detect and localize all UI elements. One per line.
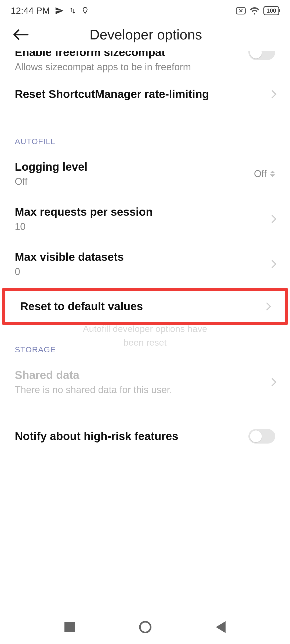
row-title: Reset ShortcutManager rate-limiting [15,88,264,101]
updown-icon [270,171,275,177]
chevron-right-icon [268,260,276,268]
section-header-autofill: AUTOFILL [0,118,290,151]
row-title: Logging level [15,160,254,173]
toggle-switch[interactable] [248,51,275,60]
sync-icon [69,7,76,14]
row-max-requests[interactable]: Max requests per session 10 [0,196,290,241]
row-subtitle: Off [15,176,254,187]
row-title: Shared data [15,369,264,382]
app-bar: Developer options [0,19,290,51]
row-reset-shortcutmanager[interactable]: Reset ShortcutManager rate-limiting [0,79,290,110]
section-header-storage: STORAGE [0,326,290,360]
navigation-bar [0,613,290,641]
row-subtitle: Allows sizecompat apps to be in freeform [15,61,248,73]
chevron-right-icon [263,302,271,310]
nav-back-icon[interactable] [216,621,226,633]
status-time: 12:44 PM [11,5,50,16]
row-title: Enable freeform sizecompat [15,51,248,59]
chevron-right-icon [268,215,276,223]
back-icon[interactable] [13,29,28,40]
row-subtitle: 0 [15,266,264,277]
chevron-right-icon [268,90,276,98]
row-subtitle: There is no shared data for this user. [15,384,264,396]
status-bar: 12:44 PM 100 [0,0,290,19]
chevron-right-icon [268,378,276,386]
row-value: Off [254,168,267,180]
location-icon [81,7,89,15]
wifi-icon [249,7,260,15]
nav-recent-icon[interactable] [64,622,75,632]
battery-icon: 100 [263,6,279,15]
row-freeform-sizecompat[interactable]: Enable freeform sizecompat Allows sizeco… [0,51,290,79]
page-title: Developer options [28,27,263,43]
toggle-switch[interactable] [248,429,275,444]
row-title: Max requests per session [15,206,264,218]
row-subtitle: 10 [15,221,264,232]
nav-home-icon[interactable] [139,621,151,633]
row-notify-high-risk[interactable]: Notify about high-risk features [0,413,290,453]
row-title: Max visible datasets [15,251,264,264]
highlight-box: Reset to default values [2,288,288,325]
settings-list[interactable]: Enable freeform sizecompat Allows sizeco… [0,51,290,453]
row-title: Notify about high-risk features [15,430,248,443]
row-shared-data: Shared data There is no shared data for … [0,360,290,405]
row-max-visible-datasets[interactable]: Max visible datasets 0 [0,241,290,287]
no-sim-icon [236,7,246,15]
send-icon [55,6,64,15]
row-reset-default-values[interactable]: Reset to default values [5,291,285,322]
row-logging-level[interactable]: Logging level Off Off [0,151,290,196]
row-title: Reset to default values [20,300,259,313]
